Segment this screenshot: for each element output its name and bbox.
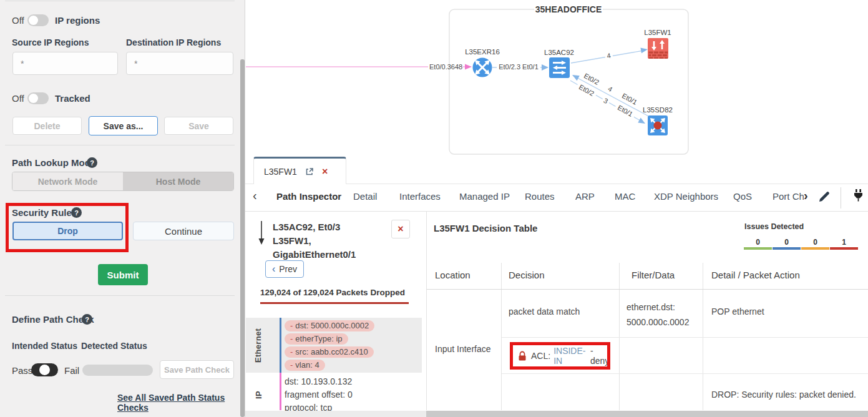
tabs-scroll-right-icon[interactable]: ›	[804, 189, 808, 203]
drop-button[interactable]: Drop	[12, 222, 123, 240]
prev-button[interactable]: ‹ Prev	[265, 260, 304, 278]
tab-routes[interactable]: Routes	[525, 191, 555, 202]
ip-regions-toggle[interactable]	[27, 14, 49, 26]
column-header-detail: Detail / Packet Action	[711, 270, 800, 280]
hop-close-button[interactable]: ×	[391, 220, 410, 238]
device-router-label[interactable]: L35EXR16	[465, 48, 500, 56]
ip-section: IP dst: 10.193.0.132 fragment offset: 0 …	[246, 373, 422, 410]
detail-cell-1: POP ethernet	[711, 307, 764, 316]
tab-mac[interactable]: MAC	[615, 191, 635, 202]
security-rules-label: Security Rules	[12, 207, 77, 218]
ethernet-field-dst: dst: 5000.000c.0002	[295, 321, 369, 330]
row-divider-2	[502, 373, 868, 374]
edit-tabs-pencil-icon[interactable]	[817, 190, 831, 206]
column-header-location: Location	[435, 270, 471, 280]
issue-bar-blue	[773, 247, 801, 250]
issue-bar-orange	[801, 247, 829, 250]
column-header-decision: Decision	[509, 270, 545, 280]
path-lookup-help-icon[interactable]: ?	[87, 157, 97, 168]
continue-button[interactable]: Continue	[133, 222, 234, 240]
pass-label: Pass	[12, 365, 32, 376]
device-sd-icon[interactable]	[648, 115, 668, 135]
bottom-scrollbar-thumb[interactable]	[426, 411, 868, 417]
source-ip-input[interactable]	[12, 52, 118, 75]
device-tab-title: L35FW1	[264, 167, 297, 177]
prev-chevron-icon: ‹	[272, 265, 275, 273]
ethernet-field-pill: -dst: 5000.000c.0002	[285, 320, 374, 331]
topology-canvas: 35HEADOFFICE Et0/0.3648 Et0/2.3 Et0/1 4 …	[245, 0, 868, 157]
tab-qos[interactable]: QoS	[733, 191, 752, 202]
device-firewall-icon[interactable]	[648, 38, 668, 59]
ethernet-section: Ethernet -dst: 5000.000c.0002 -etherType…	[246, 318, 422, 373]
tabbar-divider	[841, 187, 841, 208]
tracked-toggle[interactable]	[27, 92, 49, 104]
path-lookup-label: Path Lookup Mode	[12, 157, 95, 168]
acl-link[interactable]: INSIDE-IN	[553, 346, 587, 366]
tab-arp[interactable]: ARP	[575, 191, 595, 202]
sidebar-divider-2	[5, 295, 235, 296]
tab-xdp-neighbors[interactable]: XDP Neighbors	[654, 191, 718, 202]
delete-button[interactable]: Delete	[12, 117, 82, 135]
device-tab[interactable]: L35FW1 ×	[253, 157, 346, 184]
issue-count-green: 0	[744, 238, 772, 247]
hop-from: L35AC92, Et0/3	[273, 220, 388, 234]
diff-marker: -	[290, 321, 293, 330]
save-path-check-button[interactable]: Save Path Check	[160, 360, 234, 379]
tab-managed-ip[interactable]: Managed IP	[459, 191, 510, 202]
ip-fields: dst: 10.193.0.132 fragment offset: 0 pro…	[285, 375, 353, 415]
save-button[interactable]: Save	[164, 117, 233, 135]
diff-marker: -	[290, 334, 293, 343]
issue-bar-red	[830, 247, 858, 250]
device-router-icon[interactable]	[473, 58, 492, 77]
pass-fail-toggle[interactable]	[31, 363, 58, 376]
col-divider-1	[501, 263, 502, 410]
ip-regions-label: IP regions	[55, 15, 100, 26]
ip-section-bar	[280, 373, 281, 410]
detected-status-label: Detected Status	[81, 341, 147, 351]
network-mode-button[interactable]: Network Mode	[12, 172, 123, 190]
ip-section-label-wrap: IP	[246, 379, 271, 410]
packets-dropped-text: 129,024 of 129,024 Packets Dropped	[260, 288, 405, 297]
col-divider-3	[703, 263, 703, 410]
saved-path-checks-link[interactable]: See All Saved Path Status Checks	[117, 393, 245, 413]
ethernet-field-pill: -src: aabb.cc02.c410	[285, 346, 374, 358]
host-mode-button[interactable]: Host Mode	[123, 172, 233, 190]
submit-button[interactable]: Submit	[98, 264, 148, 285]
save-as-button[interactable]: Save as...	[89, 116, 158, 135]
acl-prefix: ACL:	[531, 351, 550, 361]
packets-dropped-bar	[260, 302, 409, 304]
device-switch-label[interactable]: L35AC92	[544, 49, 574, 56]
security-rules-help-icon[interactable]: ?	[71, 207, 82, 218]
ip-field-dst: dst: 10.193.0.132	[285, 375, 353, 388]
tab-interfaces[interactable]: Interfaces	[399, 191, 441, 202]
detected-status-pill	[82, 365, 153, 376]
issue-count-blue: 0	[773, 238, 801, 247]
sidebar-scrollbar[interactable]	[240, 59, 245, 417]
row-divider-1	[502, 337, 868, 338]
define-path-check-help-icon[interactable]: ?	[82, 314, 92, 325]
tab-detail[interactable]: Detail	[353, 191, 377, 202]
decision-table-panel: L35FW1 Decision Table Issues Detected 0 …	[427, 212, 868, 410]
device-tab-close-icon[interactable]: ×	[322, 167, 328, 176]
site-title: 35HEADOFFICE	[535, 4, 602, 14]
device-firewall-label[interactable]: L35FW1	[644, 29, 671, 36]
intended-status-label: Intended Status	[12, 341, 77, 351]
filter-cell-1: ethernet.dst: 5000.000c.0002	[627, 300, 696, 330]
tab-port-channels[interactable]: Port Cha	[773, 191, 804, 202]
col-divider-2	[619, 263, 620, 410]
external-link-icon[interactable]	[305, 167, 314, 176]
connector-plug-icon[interactable]	[852, 189, 865, 207]
dest-ip-input[interactable]	[126, 52, 233, 75]
hop-header: L35AC92, Et0/3 L35FW1, GigabitEthernet0/…	[273, 220, 388, 262]
device-switch-icon[interactable]	[549, 57, 570, 78]
hop-direction-arrow-icon	[257, 220, 266, 246]
decision-cell-1: packet data match	[509, 307, 580, 316]
sidebar-top-divider	[5, 1, 235, 1]
fail-label: Fail	[64, 365, 79, 376]
inspector-panel: L35AC92, Et0/3 L35FW1, GigabitEthernet0/…	[245, 212, 426, 410]
tab-path-inspector[interactable]: Path Inspector	[276, 191, 341, 202]
device-sd-label[interactable]: L35SD82	[643, 106, 673, 114]
column-header-filter: Filter/Data	[631, 270, 675, 280]
tabs-scroll-left-icon[interactable]: ‹	[253, 189, 257, 203]
ethernet-section-bar	[280, 318, 281, 373]
